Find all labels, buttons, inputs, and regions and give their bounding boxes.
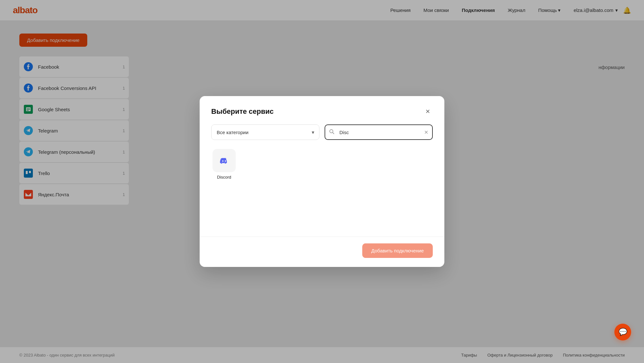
- discord-icon-box: [213, 149, 236, 172]
- service-item-discord[interactable]: Discord: [211, 149, 237, 180]
- services-grid: Discord: [211, 149, 433, 180]
- service-select-modal: Выберите сервис ✕ Все категории ✕: [200, 96, 444, 267]
- service-name: Discord: [217, 175, 231, 180]
- modal-header: Выберите сервис ✕: [200, 96, 444, 124]
- search-icon: [329, 129, 334, 135]
- modal-close-button[interactable]: ✕: [422, 106, 433, 117]
- svg-line-14: [333, 132, 334, 134]
- search-input[interactable]: [325, 124, 433, 140]
- modal-filters: Все категории ✕: [200, 124, 444, 146]
- modal-footer: Добавить подключение: [200, 237, 444, 267]
- clear-icon: ✕: [424, 130, 428, 135]
- chat-button[interactable]: 💬: [614, 324, 631, 340]
- modal-body: Discord: [200, 146, 444, 237]
- modal-add-connection-button[interactable]: Добавить подключение: [362, 243, 433, 258]
- search-wrapper: ✕: [325, 124, 433, 140]
- search-clear-button[interactable]: ✕: [424, 129, 428, 135]
- category-select[interactable]: Все категории: [211, 124, 319, 140]
- close-icon: ✕: [425, 108, 430, 115]
- modal-title: Выберите сервис: [211, 107, 274, 116]
- category-select-wrapper: Все категории: [211, 124, 319, 140]
- chat-icon: 💬: [619, 328, 627, 336]
